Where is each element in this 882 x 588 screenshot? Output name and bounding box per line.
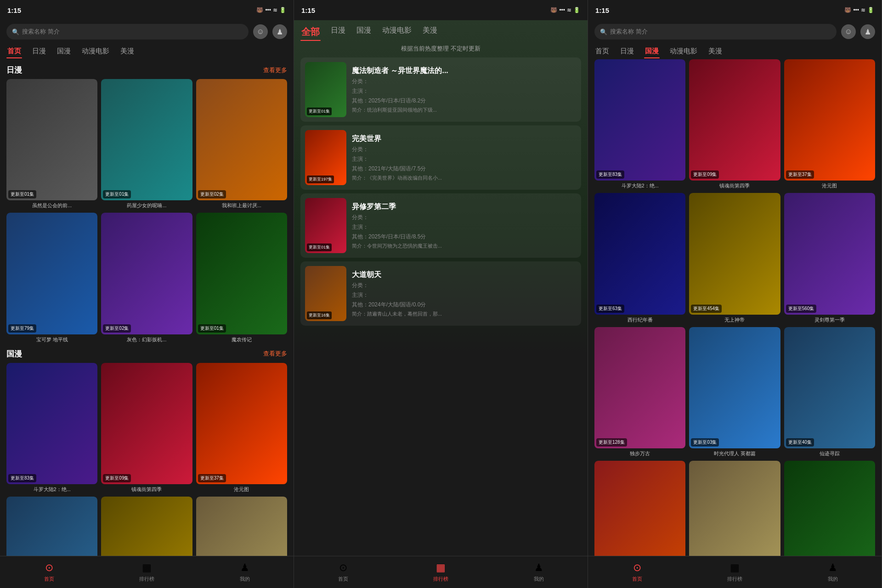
- list-item[interactable]: 更新至01集 魔法制造者 ～异世界魔法的... 分类： 主演： 其他：2025年…: [300, 57, 581, 122]
- avatar-1[interactable]: ☺: [253, 24, 268, 39]
- battery-icon-2: 🔋: [573, 7, 580, 13]
- tab-meiman-1[interactable]: 美漫: [119, 45, 135, 57]
- search-field-1[interactable]: 🔍 搜索名称 简介: [6, 24, 249, 40]
- list-item[interactable]: 更新至83集 斗罗大陆2：绝...: [6, 363, 97, 493]
- bottom-mine-1[interactable]: ♟ 我的: [196, 556, 294, 588]
- tab-movie-3[interactable]: 动漫电影: [669, 45, 698, 57]
- thumb-img-g4: [6, 497, 97, 556]
- list-item[interactable]: 更新至01集 虽然是公会的前...: [6, 79, 97, 209]
- thumb-3: 更新至02集: [196, 79, 287, 200]
- tab-home-3[interactable]: 首页: [594, 45, 610, 57]
- mine-label-1: 我的: [240, 576, 250, 582]
- bottom-rank-1[interactable]: ▦ 排行榜: [98, 556, 196, 588]
- gbadge-7: 更新至128集: [596, 438, 627, 447]
- rank-icon-3: ▦: [730, 562, 740, 574]
- home-icon-1: ⊙: [45, 562, 53, 574]
- bottom-home-3[interactable]: ⊙ 首页: [588, 556, 686, 588]
- bottom-nav-1: ⊙ 首页 ▦ 排行榜 ♟ 我的: [0, 556, 294, 588]
- rank-icon-1: ▦: [142, 562, 152, 574]
- list-item[interactable]: 更新至40集 仙迹寻踪: [784, 327, 875, 457]
- bottom-rank-3[interactable]: ▦ 排行榜: [686, 556, 784, 588]
- tab-all-2[interactable]: 全部: [300, 24, 321, 40]
- thumb-img-g5: [101, 497, 192, 556]
- status-bar-2: 1:15 🐻 ••• ≋ 🔋: [294, 0, 588, 20]
- list-item[interactable]: 更新至79集 宝可梦 地平线: [6, 213, 97, 343]
- rank-name-2: 完美世界: [352, 134, 577, 144]
- rank-name-1: 魔法制造者 ～异世界魔法的...: [352, 66, 577, 76]
- list-item[interactable]: 更新至128集 独步万古: [594, 327, 685, 457]
- tab-meiman-2[interactable]: 美漫: [422, 24, 438, 40]
- section-more-riman[interactable]: 查看更多: [263, 66, 287, 74]
- rank-thumb-4: 更新至16集: [305, 266, 346, 321]
- thumb-1: 更新至01集: [6, 79, 97, 200]
- tab-meiman-3[interactable]: 美漫: [707, 45, 723, 57]
- list-item[interactable]: 丹道至尊 ...: [594, 461, 685, 556]
- bottom-home-1[interactable]: ⊙ 首页: [0, 556, 98, 588]
- rank-info-2: 完美世界 分类： 主演： 其他：2021年/大陆/国语/7.5分 简介：《完美世…: [352, 130, 577, 185]
- thumb-5: 更新至02集: [101, 213, 192, 334]
- section-more-guoman[interactable]: 查看更多: [263, 350, 287, 358]
- list-item[interactable]: 更新至01集 异修罗第二季 分类： 主演： 其他：2025年/日本/日语/8.5…: [300, 193, 581, 258]
- avatar-3[interactable]: ☺: [841, 24, 856, 39]
- list-item[interactable]: 更新至... ...: [689, 461, 780, 556]
- rank-cast-4: 主演：: [352, 291, 577, 299]
- tab-riman-3[interactable]: 日漫: [619, 45, 635, 57]
- list-item[interactable]: 更新至... ...: [196, 497, 287, 556]
- list-item[interactable]: 更新至02集 我和班上最讨厌...: [196, 79, 287, 209]
- badge-4: 更新至79集: [8, 324, 36, 333]
- guoman-grid-3: 更新至83集 斗罗大陆2：绝... 更新至09集 镇魂街第四季 更新至37集 沧…: [594, 59, 875, 556]
- bottom-mine-2[interactable]: ♟ 我的: [490, 556, 588, 588]
- list-item[interactable]: 更新至01集 药屋少女的呢喃...: [101, 79, 192, 209]
- signal-icon-2: •••: [559, 7, 565, 13]
- list-item[interactable]: 更新至560集 灵剑尊第一季: [784, 193, 875, 323]
- tab-riman-1[interactable]: 日漫: [31, 45, 47, 57]
- mine-icon-1: ♟: [240, 562, 249, 574]
- guoman-content-3: 更新至83集 斗罗大陆2：绝... 更新至09集 镇魂街第四季 更新至37集 沧…: [588, 59, 882, 556]
- list-item[interactable]: 更新至09集 镇魂街第四季: [689, 59, 780, 189]
- rank-name-4: 大道朝天: [352, 270, 577, 280]
- tab-movie-1[interactable]: 动漫电影: [81, 45, 110, 57]
- badge-g3: 更新至37集: [198, 474, 226, 482]
- status-icons-2: 🐻 ••• ≋ 🔋: [550, 7, 580, 13]
- list-item[interactable]: 更新至02集 灰色：幻影扳机...: [101, 213, 192, 343]
- list-item[interactable]: 更新至... ...: [784, 461, 875, 556]
- title-6: 魔农传记: [196, 336, 287, 343]
- avatar-icon-1: ☺: [257, 28, 264, 36]
- user-icon-3[interactable]: ♟: [860, 24, 875, 39]
- rank-other-val-4: 2024年/大陆/国语/0.0分: [368, 301, 426, 308]
- list-item[interactable]: 更新至37集 沧元图: [196, 363, 287, 493]
- list-item[interactable]: 更新至01集 魔农传记: [196, 213, 287, 343]
- list-item[interactable]: 更新至454集 无上神帝: [689, 193, 780, 323]
- rank-desc-1: 简介：统治利斯提亚国间领地的下级...: [352, 107, 577, 113]
- tab-guoman-2[interactable]: 国漫: [356, 24, 372, 40]
- thumb-img-5: [101, 213, 192, 334]
- tab-movie-2[interactable]: 动漫电影: [381, 24, 413, 40]
- gtitle-2: 镇魂街第四季: [689, 182, 780, 189]
- gtitle-9: 仙迹寻踪: [784, 450, 875, 457]
- tab-guoman-1[interactable]: 国漫: [56, 45, 72, 57]
- list-item[interactable]: 更新至63集 西行纪年番: [594, 193, 685, 323]
- list-item[interactable]: 更新至16集 大道朝天 分类： 主演： 其他：2024年/大陆/国语/0.0分 …: [300, 261, 581, 326]
- search-field-3[interactable]: 🔍 搜索名称 简介: [594, 24, 837, 40]
- list-item[interactable]: 更新至03集 时光代理人 英都篇: [689, 327, 780, 457]
- tab-guoman-3[interactable]: 国漫: [644, 45, 660, 57]
- mine-icon-3: ♟: [828, 562, 837, 574]
- gbadge-2: 更新至09集: [691, 170, 719, 179]
- user-icon-1[interactable]: ♟: [272, 24, 287, 39]
- battery-icon-3: 🔋: [867, 7, 874, 13]
- list-item[interactable]: 更新至83集 斗罗大陆2：绝...: [594, 59, 685, 189]
- list-item[interactable]: 更新至197集 完美世界 分类： 主演： 其他：2021年/大陆/国语/7.5分…: [300, 125, 581, 190]
- wifi-icon-2: ≋: [567, 7, 571, 13]
- home-label-1: 首页: [44, 576, 54, 582]
- list-item[interactable]: 更新至... ...: [6, 497, 97, 556]
- tab-home-1[interactable]: 首页: [6, 45, 22, 57]
- status-icons-3: 🐻 ••• ≋ 🔋: [844, 7, 874, 13]
- list-item[interactable]: 更新至... ...: [101, 497, 192, 556]
- rank-badge-2: 更新至197集: [307, 175, 334, 183]
- bottom-mine-3[interactable]: ♟ 我的: [784, 556, 882, 588]
- bottom-rank-2[interactable]: ▦ 排行榜: [392, 556, 490, 588]
- list-item[interactable]: 更新至37集 沧元图: [784, 59, 875, 189]
- tab-riman-2[interactable]: 日漫: [330, 24, 346, 40]
- bottom-home-2[interactable]: ⊙ 首页: [294, 556, 392, 588]
- list-item[interactable]: 更新至09集 镇魂街第四季: [101, 363, 192, 493]
